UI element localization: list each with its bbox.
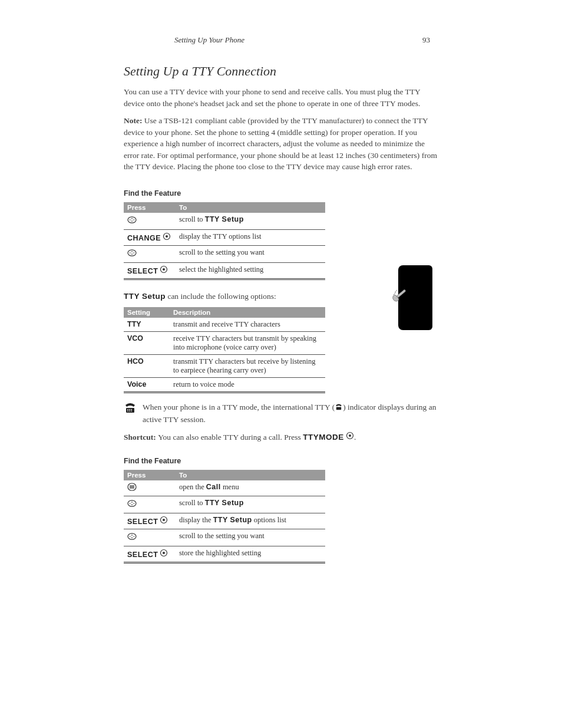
tty-options-table: Setting Description TTY transmit and rec… — [124, 307, 325, 393]
section-tab — [398, 265, 432, 330]
svg-marker-11 — [134, 252, 135, 254]
opt-desc: transmit and receive TTY characters — [170, 318, 325, 332]
col-press: Press — [124, 470, 176, 480]
table-row: HCO transmit TTY characters but receive … — [124, 354, 325, 377]
table-row: SELECT display the TTY Setup options lis… — [124, 513, 325, 529]
step-to: scroll to — [179, 499, 205, 507]
intro-paragraph: You can use a TTY device with your phone… — [124, 86, 438, 109]
table-row: Voice return to voice mode — [124, 377, 325, 392]
options-intro-bold: TTY Setup — [124, 292, 166, 301]
note-label: Note: — [124, 116, 144, 125]
opt-setting: HCO — [124, 354, 170, 377]
step-to-bold: TTY Setup — [205, 499, 244, 507]
table-row: SELECT select the highlighted setting — [124, 262, 325, 279]
step-to-bold: TTY Setup — [213, 516, 252, 524]
center-key-icon — [163, 232, 171, 243]
shortcut-cmd: TTYMODE — [303, 433, 344, 442]
step-to-suffix: options list — [252, 516, 286, 524]
svg-rect-15 — [127, 409, 128, 410]
indicator-text-before: When your phone is in a TTY mode, the in… — [143, 403, 335, 411]
wrench-icon — [391, 286, 415, 310]
svg-marker-38 — [130, 536, 131, 538]
shortcut-after: . — [354, 433, 356, 442]
svg-marker-4 — [134, 219, 135, 221]
center-key-icon — [160, 265, 168, 276]
menu-key-icon — [127, 483, 137, 493]
step-to-bold: TTY Setup — [205, 215, 244, 223]
shortcut-before: You can also enable TTY during a call. P… — [158, 433, 303, 442]
svg-point-7 — [128, 250, 136, 256]
svg-marker-30 — [131, 505, 133, 506]
svg-rect-42 — [396, 289, 406, 298]
steps-table-2: Press To open the Call menu scro — [124, 470, 325, 564]
table-row: scroll to TTY Setup — [124, 213, 325, 230]
step-press-label: CHANGE — [127, 234, 161, 242]
opt-desc: transmit TTY characters but receive by l… — [170, 354, 325, 377]
shortcut-label: Shortcut: — [124, 433, 158, 442]
step-to: store the highlighted setting — [176, 546, 325, 563]
table-row: scroll to the setting you want — [124, 529, 325, 546]
svg-rect-20 — [131, 410, 132, 411]
center-key-icon — [160, 516, 168, 526]
col-to: To — [176, 202, 325, 213]
step-press-label: SELECT — [127, 267, 158, 275]
dpad-icon — [127, 215, 137, 227]
svg-marker-36 — [131, 535, 133, 536]
step-to: scroll to the setting you want — [176, 245, 325, 262]
page-title: Setting Up a TTY Connection — [124, 64, 438, 79]
table-row: TTY transmit and receive TTY characters — [124, 318, 325, 332]
tty-phone-icon — [124, 403, 137, 417]
svg-marker-32 — [134, 503, 135, 505]
table-row: scroll to the setting you want — [124, 245, 325, 262]
note-paragraph: Note: Use a TSB-121 compliant cable (pro… — [124, 115, 438, 173]
svg-point-35 — [128, 533, 136, 539]
svg-point-23 — [349, 434, 351, 437]
col-press: Press — [124, 202, 176, 213]
svg-rect-21 — [336, 407, 341, 410]
col-setting: Setting — [124, 307, 170, 318]
svg-marker-9 — [131, 254, 133, 255]
svg-marker-10 — [130, 252, 131, 254]
page-number: 93 — [422, 35, 430, 45]
svg-point-41 — [163, 552, 165, 554]
table-row: SELECT store the highlighted setting — [124, 546, 325, 563]
step-to-bold: Call — [206, 483, 221, 491]
opt-desc: receive TTY characters but transmit by s… — [170, 331, 325, 354]
opt-desc: return to voice mode — [170, 377, 325, 392]
svg-rect-16 — [129, 409, 130, 410]
svg-marker-39 — [134, 536, 135, 538]
shortcut-paragraph: Shortcut: You can also enable TTY during… — [124, 431, 438, 443]
step-to: display the TTY options list — [176, 229, 325, 245]
step-to: open the — [179, 483, 206, 491]
tty-phone-icon-inline — [335, 403, 343, 414]
step-to: scroll to — [179, 215, 205, 223]
opt-setting: TTY — [124, 318, 170, 332]
svg-marker-2 — [131, 221, 133, 222]
svg-rect-19 — [129, 410, 130, 411]
dpad-icon — [127, 499, 137, 510]
note-body: Use a TSB-121 compliant cable (provided … — [124, 116, 437, 171]
svg-line-43 — [395, 290, 397, 292]
svg-point-6 — [166, 235, 168, 238]
svg-marker-29 — [131, 502, 133, 503]
steps-table-1: Press To scroll to TTY Setup CHANGE — [124, 202, 325, 280]
svg-marker-31 — [130, 503, 131, 505]
table-row: scroll to TTY Setup — [124, 496, 325, 513]
running-header: Setting Up Your Phone — [174, 35, 244, 45]
svg-point-13 — [163, 268, 165, 271]
step-to: display the — [179, 516, 213, 524]
dpad-icon — [127, 532, 137, 543]
step-press-label: SELECT — [127, 551, 158, 559]
find-the-feature-label: Find the Feature — [124, 189, 438, 197]
dpad-icon — [127, 248, 137, 260]
step-to-suffix: menu — [221, 483, 239, 491]
options-intro-suffix: can include the following options: — [166, 292, 276, 301]
svg-point-0 — [128, 217, 136, 223]
opt-setting: Voice — [124, 377, 170, 392]
svg-rect-18 — [127, 410, 128, 411]
step-to: select the highlighted setting — [176, 262, 325, 279]
svg-rect-14 — [126, 408, 134, 413]
table-row: open the Call menu — [124, 480, 325, 496]
center-key-icon — [346, 431, 354, 443]
opt-setting: VCO — [124, 331, 170, 354]
